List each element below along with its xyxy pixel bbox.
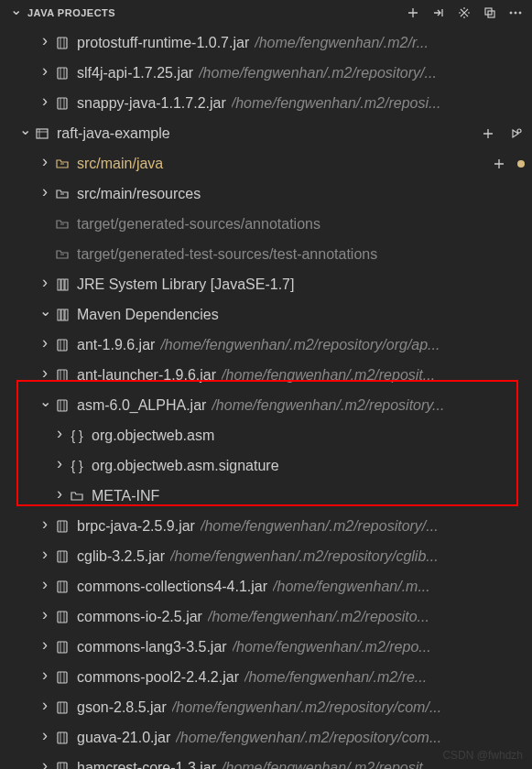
tree-item-label: org.objectweb.asm xyxy=(92,428,214,444)
tree-item-package[interactable]: { } org.objectweb.asm.signature xyxy=(0,450,532,481)
tree-item-jar[interactable]: commons-lang3-3.5.jar /home/fengwenhan/.… xyxy=(0,632,532,662)
source-folder-item[interactable]: src/main/resources xyxy=(0,179,532,209)
tree-item-label: src/main/java xyxy=(77,156,163,172)
svg-rect-7 xyxy=(58,98,67,109)
tree-item-label: commons-io-2.5.jar xyxy=(77,609,202,625)
add-icon[interactable] xyxy=(490,155,508,173)
jar-icon xyxy=(53,366,71,384)
tree-item-jar[interactable]: asm-6.0_ALPHA.jar /home/fengwenhan/.m2/r… xyxy=(0,390,532,420)
svg-rect-14 xyxy=(61,309,64,320)
tree-item-jar[interactable]: commons-collections4-4.1.jar /home/fengw… xyxy=(0,571,532,601)
source-folder-item[interactable]: target/generated-sources/annotations xyxy=(0,209,532,239)
more-icon[interactable] xyxy=(506,4,525,22)
tree-item-jar[interactable]: brpc-java-2.5.9.jar /home/fengwenhan/.m2… xyxy=(0,511,532,541)
add-icon[interactable] xyxy=(404,4,422,22)
folder-icon xyxy=(68,487,86,505)
tree-item-label: ant-1.9.6.jar xyxy=(77,337,155,353)
tree-item-label: ant-launcher-1.9.6.jar xyxy=(77,367,216,384)
tree-item-path: /home/fengwenhan/.m2/repository... xyxy=(212,397,444,414)
tree-item-label: src/main/resources xyxy=(77,186,201,202)
library-icon xyxy=(53,306,71,324)
project-label: raft-java-example xyxy=(57,125,170,142)
jar-icon xyxy=(53,336,71,354)
chevron-right-icon xyxy=(37,33,53,52)
chevron-right-icon xyxy=(51,456,68,475)
chevron-right-icon xyxy=(37,728,53,747)
tree-item-label: commons-lang3-3.5.jar xyxy=(77,639,227,655)
jre-library-item[interactable]: JRE System Library [JavaSE-1.7] xyxy=(0,269,532,299)
tree-item-label: commons-collections4-4.1.jar xyxy=(77,579,267,595)
chevron-down-icon[interactable] xyxy=(7,5,24,22)
debug-icon[interactable] xyxy=(506,125,525,143)
tree-item-path: /home/fengwenhan/.m2/repository/org/ap..… xyxy=(160,337,440,353)
source-folder-item[interactable]: target/generated-test-sources/test-annot… xyxy=(0,239,532,269)
jar-icon xyxy=(53,668,71,687)
export-icon[interactable] xyxy=(429,4,448,22)
svg-point-9 xyxy=(517,129,521,133)
package-icon: { } xyxy=(68,427,86,445)
svg-rect-26 xyxy=(58,732,67,743)
jar-icon xyxy=(53,64,71,82)
tree-item-label: asm-6.0_ALPHA.jar xyxy=(77,397,206,414)
tree-item-path: /home/fengwenhan/.m2/reposit... xyxy=(222,367,435,384)
tree-item-path: /home/fengwenhan/.m2/repository/com... xyxy=(176,730,441,746)
jar-icon xyxy=(53,608,71,626)
tree-item-path: /home/fengwenhan/.m2/reposi... xyxy=(232,95,441,112)
chevron-right-icon xyxy=(37,607,53,626)
tree-item-jar[interactable]: ant-launcher-1.9.6.jar /home/fengwenhan/… xyxy=(0,360,532,390)
chevron-right-icon xyxy=(37,577,53,596)
svg-rect-11 xyxy=(61,279,64,290)
tree-item-jar[interactable]: cglib-3.2.5.jar /home/fengwenhan/.m2/rep… xyxy=(0,541,532,571)
add-icon[interactable] xyxy=(479,125,497,143)
tree-item-label: snappy-java-1.1.7.2.jar xyxy=(77,95,226,112)
tree-item-jar[interactable]: commons-pool2-2.4.2.jar /home/fengwenhan… xyxy=(0,662,532,692)
chevron-right-icon xyxy=(37,63,53,82)
source-folder-icon xyxy=(53,185,71,203)
svg-rect-6 xyxy=(58,68,67,79)
chevron-right-icon xyxy=(37,547,53,566)
source-folder-icon xyxy=(53,155,71,173)
project-item[interactable]: raft-java-example xyxy=(0,118,532,148)
tree-item-label: org.objectweb.asm.signature xyxy=(92,458,279,474)
svg-rect-8 xyxy=(37,129,48,138)
chevron-right-icon xyxy=(37,365,53,384)
tree-item-path: /home/fengwenhan/.m2/reposit... xyxy=(222,760,435,770)
tree-item-jar[interactable]: gson-2.8.5.jar /home/fengwenhan/.m2/repo… xyxy=(0,692,532,722)
tree-item-label: JRE System Library [JavaSE-1.7] xyxy=(77,276,294,293)
maven-deps-item[interactable]: Maven Dependencies xyxy=(0,299,532,330)
tree-item-jar[interactable]: commons-io-2.5.jar /home/fengwenhan/.m2/… xyxy=(0,601,532,632)
tree-item-jar[interactable]: slf4j-api-1.7.25.jar /home/fengwenhan/.m… xyxy=(0,58,532,88)
tools-icon[interactable] xyxy=(455,4,473,22)
tree-item-package[interactable]: { } org.objectweb.asm xyxy=(0,420,532,450)
chevron-down-icon xyxy=(37,306,53,323)
tree-item-label: gson-2.8.5.jar xyxy=(77,699,167,716)
tree-item-path: /home/fengwenhan/.m... xyxy=(273,579,430,595)
watermark: CSDN @fwhdzh xyxy=(442,749,523,762)
svg-rect-25 xyxy=(58,702,67,713)
project-icon xyxy=(33,125,51,143)
chevron-right-icon xyxy=(37,698,53,717)
collapse-icon[interactable] xyxy=(481,4,499,22)
tree-item-jar[interactable]: snappy-java-1.1.7.2.jar /home/fengwenhan… xyxy=(0,88,532,118)
tree-item-jar[interactable]: protostuff-runtime-1.0.7.jar /home/fengw… xyxy=(0,27,532,58)
source-folder-item[interactable]: src/main/java xyxy=(0,148,532,179)
svg-rect-22 xyxy=(58,612,67,623)
tree-item-label: META-INF xyxy=(92,488,159,504)
chevron-right-icon xyxy=(37,154,53,173)
jar-icon xyxy=(53,729,71,747)
svg-rect-16 xyxy=(58,340,67,351)
header-actions xyxy=(404,4,525,22)
tree-item-jar[interactable]: ant-1.9.6.jar /home/fengwenhan/.m2/repos… xyxy=(0,330,532,360)
svg-rect-17 xyxy=(58,370,67,381)
chevron-right-icon xyxy=(51,426,68,445)
tree-item-label: commons-pool2-2.4.2.jar xyxy=(77,669,239,686)
svg-rect-19 xyxy=(58,521,67,532)
svg-point-2 xyxy=(510,12,512,14)
tree-item-folder[interactable]: META-INF xyxy=(0,481,532,511)
jar-icon xyxy=(53,547,71,566)
chevron-right-icon xyxy=(37,275,53,294)
tree-item-label: protostuff-runtime-1.0.7.jar xyxy=(77,35,249,51)
tree-item-path: /home/fengwenhan/.m2/repository/com/... xyxy=(172,699,441,716)
jar-icon xyxy=(53,517,71,536)
tree-item-path: /home/fengwenhan/.m2/reposito... xyxy=(208,609,429,625)
